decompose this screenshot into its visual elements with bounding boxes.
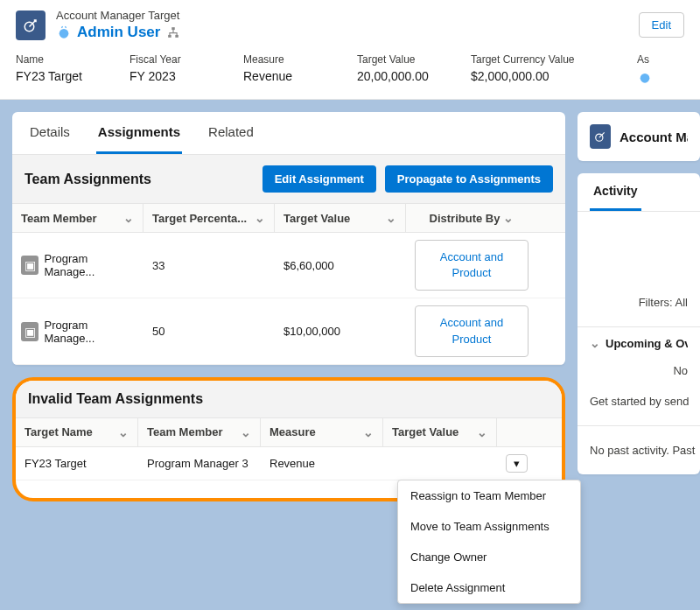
- upcoming-section[interactable]: ⌄ Upcoming & Ov: [578, 326, 700, 359]
- user-icon: ▣: [21, 256, 38, 275]
- cell-target-name: FY23 Target: [16, 450, 138, 477]
- svg-rect-2: [172, 27, 176, 30]
- field-tv-label: Target Value: [357, 53, 427, 66]
- col-target-name[interactable]: Target Name⌄: [16, 418, 138, 446]
- distribute-link[interactable]: Account and Product: [415, 305, 528, 356]
- user-icon: ▣: [21, 322, 38, 341]
- cell-member: Program Manager 3: [138, 450, 261, 477]
- col-target-pct[interactable]: Target Percenta...⌄: [144, 204, 275, 232]
- chevron-down-icon: ⌄: [590, 336, 600, 350]
- field-fy-label: Fiscal Year: [130, 53, 200, 66]
- clock-icon-small: [637, 69, 653, 85]
- chevron-down-icon: ⌄: [118, 425, 129, 439]
- side-card-title: Account Mar: [620, 130, 688, 144]
- edit-button[interactable]: Edit: [639, 12, 684, 38]
- col-team-member[interactable]: Team Member⌄: [138, 418, 261, 446]
- table-row: FY23 Target Program Manager 3 Revenue ▾: [16, 447, 562, 480]
- cell-pct: 33: [144, 252, 275, 279]
- menu-delete[interactable]: Delete Assignment: [398, 572, 580, 603]
- menu-move[interactable]: Move to Team Assignments: [398, 511, 580, 542]
- menu-reassign[interactable]: Reassign to Team Member: [398, 480, 580, 511]
- chevron-down-icon: ⌄: [386, 211, 396, 225]
- tab-activity[interactable]: Activity: [590, 173, 641, 211]
- chevron-down-icon: ⌄: [123, 211, 134, 225]
- col-measure[interactable]: Measure⌄: [261, 418, 383, 446]
- field-tcv-label: Target Currency Value: [471, 53, 593, 66]
- col-team-member[interactable]: Team Member⌄: [12, 204, 144, 232]
- edit-assignment-button[interactable]: Edit Assignment: [262, 165, 376, 193]
- chevron-down-icon: ⌄: [363, 425, 374, 439]
- no-past-text: No past activity. Past: [590, 444, 688, 457]
- distribute-link[interactable]: Account and Product: [415, 240, 528, 291]
- menu-change-owner[interactable]: Change Owner: [398, 542, 580, 572]
- hierarchy-icon[interactable]: [165, 25, 181, 40]
- tab-bar: Details Assignments Related: [12, 112, 565, 155]
- cell-pct: 50: [144, 318, 275, 345]
- field-measure-label: Measure: [243, 53, 313, 66]
- col-target-value[interactable]: Target Value⌄: [383, 418, 497, 446]
- chevron-down-icon: ⌄: [255, 211, 265, 225]
- propagate-button[interactable]: Propagate to Assignments: [385, 165, 553, 193]
- cell-val: $10,00,000: [275, 318, 406, 345]
- page-header: Account Manager Target Admin User Edit N…: [0, 0, 700, 100]
- tab-details[interactable]: Details: [28, 112, 72, 154]
- field-name-value: FY23 Target: [16, 69, 86, 83]
- row-action-button[interactable]: ▾: [506, 454, 528, 473]
- cell-member: Program Manage...: [44, 319, 135, 345]
- row-action-menu: Reassign to Team Member Move to Team Ass…: [397, 480, 581, 604]
- cell-val: $6,60,000: [275, 252, 406, 279]
- table-row: ▣Program Manage... 33 $6,60,000 Account …: [12, 233, 565, 298]
- cell-member: Program Manage...: [44, 252, 135, 278]
- object-label: Account Manager Target: [56, 9, 181, 22]
- chevron-down-icon: ⌄: [477, 425, 487, 439]
- field-measure-value: Revenue: [243, 69, 313, 83]
- svg-rect-4: [176, 35, 179, 38]
- invalid-title: Invalid Team Assignments: [28, 391, 203, 407]
- chevron-down-icon: ⌄: [503, 211, 514, 225]
- col-distribute-by[interactable]: Distribute By⌄: [406, 204, 537, 232]
- get-started-text: Get started by send: [590, 395, 688, 408]
- tab-related[interactable]: Related: [206, 112, 256, 154]
- cell-target-value: [383, 456, 497, 470]
- target-app-icon: [16, 11, 46, 40]
- chevron-down-icon: ⌄: [241, 425, 251, 439]
- svg-point-5: [640, 74, 650, 83]
- tab-assignments[interactable]: Assignments: [96, 112, 182, 154]
- col-target-value[interactable]: Target Value⌄: [275, 204, 406, 232]
- team-assignments-title: Team Assignments: [24, 172, 151, 187]
- no-activity-text: No: [590, 364, 688, 377]
- field-as-label: As: [637, 53, 700, 66]
- record-name-link[interactable]: Admin User: [77, 24, 160, 41]
- activity-filters[interactable]: Filters: All: [590, 296, 688, 309]
- svg-rect-3: [169, 35, 172, 38]
- field-tcv-value: $2,000,000.00: [471, 69, 593, 83]
- field-fy-value: FY 2023: [130, 69, 200, 83]
- target-app-icon: [590, 124, 611, 149]
- cell-measure: Revenue: [261, 450, 383, 477]
- svg-point-1: [60, 29, 69, 39]
- table-row: ▣Program Manage... 50 $10,00,000 Account…: [12, 298, 565, 364]
- clock-icon: [56, 25, 72, 40]
- field-tv-value: 20,00,000.00: [357, 69, 427, 83]
- field-name-label: Name: [16, 53, 86, 66]
